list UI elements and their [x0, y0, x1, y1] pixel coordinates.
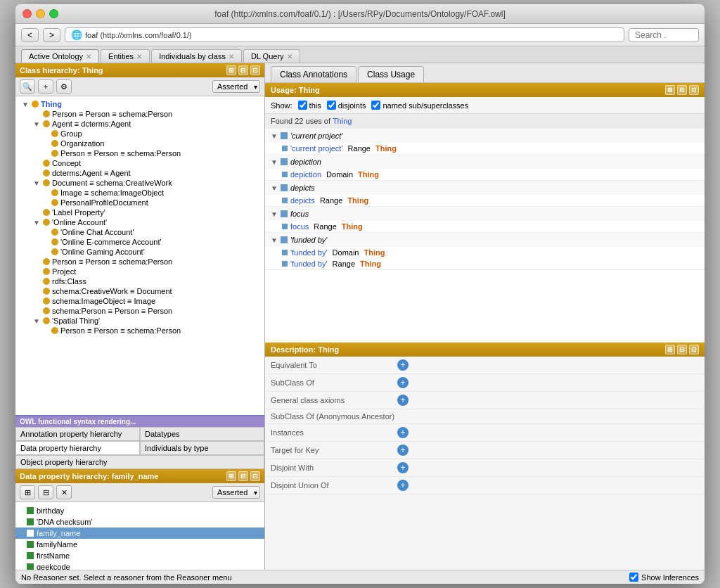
tab-entities-close[interactable]: ✕	[136, 53, 142, 60]
dp-item-family-name[interactable]: family_name	[15, 528, 264, 539]
link-thing-fb1[interactable]: Thing	[364, 248, 385, 257]
tab-individuals-by-class[interactable]: Individuals by class ✕	[151, 49, 242, 63]
add-disjoint-union-btn[interactable]: +	[397, 480, 409, 491]
tree-item-person3[interactable]: Person ≡ Person ≡ schema:Person	[15, 257, 264, 267]
desc-ctrl-2[interactable]: ⊟	[677, 345, 687, 354]
ctrl-btn-1[interactable]: ⊞	[226, 65, 236, 75]
link-current-project[interactable]: 'current project'	[290, 144, 343, 153]
add-disjoint-with-btn[interactable]: +	[397, 462, 409, 473]
check-named[interactable]	[371, 101, 380, 110]
tree-item-rdfs-class[interactable]: rdfs:Class	[15, 276, 264, 286]
checkbox-named[interactable]: named sub/superclasses	[371, 101, 468, 110]
tree-item-gaming[interactable]: 'Online Gaming Account'	[15, 247, 264, 257]
forward-button[interactable]: >	[43, 28, 60, 42]
tree-item-schema-person[interactable]: schema:Person ≡ Person ≡ Person	[15, 306, 264, 316]
tree-item-ecommerce[interactable]: 'Online E-commerce Account'	[15, 237, 264, 247]
link-thing-dpt[interactable]: Thing	[347, 196, 368, 205]
tree-item-concept[interactable]: Concept	[15, 158, 264, 168]
tree-item-spatial[interactable]: ▼ 'Spatial Thing'	[15, 316, 264, 326]
add-general-btn[interactable]: +	[397, 395, 409, 406]
tab-entities[interactable]: Entities ✕	[101, 49, 150, 63]
check-this[interactable]	[298, 101, 307, 110]
toggle-focus[interactable]: ▼	[271, 210, 278, 218]
usage-ctrl-2[interactable]: ⊟	[677, 85, 687, 95]
tab-individuals-close[interactable]: ✕	[229, 53, 234, 60]
tree-item-person4[interactable]: Person ≡ Person ≡ schema:Person	[15, 326, 264, 335]
toggle-depiction[interactable]: ▼	[271, 158, 278, 166]
desc-ctrl-3[interactable]: ⊡	[689, 345, 699, 354]
show-inferences-checkbox[interactable]	[629, 573, 638, 582]
add-class-btn[interactable]: 🔍	[20, 79, 35, 94]
dp-item-birthday[interactable]: birthday	[15, 505, 264, 516]
back-button[interactable]: <	[21, 28, 39, 42]
tab-object-property[interactable]: Object property hierarchy	[15, 456, 264, 469]
tree-item-online-account[interactable]: ▼ 'Online Account'	[15, 217, 264, 227]
dp-btn-1[interactable]: ⊞	[20, 485, 35, 499]
toggle-agent[interactable]: ▼	[32, 120, 41, 128]
toggle-depicts[interactable]: ▼	[271, 184, 278, 192]
address-bar[interactable]: 🌐 foaf (http://xmlns.com/foaf/0.1/)	[65, 27, 624, 42]
toggle-current-project[interactable]: ▼	[271, 132, 278, 140]
tree-item-personalprofile[interactable]: PersonalProfileDocument	[15, 198, 264, 207]
class-tree[interactable]: ▼ Thing Person ≡ Person ≡ schema:Person …	[15, 96, 264, 415]
search-input[interactable]	[629, 28, 699, 42]
settings-class-btn[interactable]: ⚙	[56, 79, 72, 94]
tab-class-usage[interactable]: Class Usage	[358, 66, 424, 82]
toggle-funded-by[interactable]: ▼	[271, 236, 278, 244]
link-thing-dep[interactable]: Thing	[358, 170, 379, 179]
link-depicts[interactable]: depicts	[290, 196, 315, 205]
tree-item-organization[interactable]: Organization	[15, 139, 264, 148]
tree-item-image[interactable]: Image ≡ schema:ImageObject	[15, 188, 264, 198]
dp-item-geekcode[interactable]: geekcode	[15, 561, 264, 570]
tree-item-label-property[interactable]: 'Label Property'	[15, 207, 264, 217]
link-depiction[interactable]: depiction	[290, 170, 321, 179]
tab-dl-query-close[interactable]: ✕	[287, 53, 292, 60]
tree-item-person2[interactable]: Person ≡ Person ≡ schema:Person	[15, 148, 264, 158]
link-thing-cp[interactable]: Thing	[375, 144, 397, 153]
tab-data-property[interactable]: Data property hierarchy	[15, 441, 140, 455]
tree-item-group[interactable]: Group	[15, 129, 264, 139]
tab-individuals-by-type[interactable]: Individuals by type	[140, 441, 264, 455]
tree-item-schema-cw[interactable]: schema:CreativeWork ≡ Document	[15, 286, 264, 296]
link-thing-foc[interactable]: Thing	[342, 222, 363, 231]
checkbox-this[interactable]: this	[298, 101, 321, 110]
tab-datatypes[interactable]: Datatypes	[140, 427, 264, 441]
link-focus[interactable]: focus	[290, 222, 309, 231]
tree-item-project[interactable]: Project	[15, 267, 264, 276]
ctrl-btn-2[interactable]: ⊟	[238, 65, 248, 75]
tab-active-ontology[interactable]: Active Ontology ✕	[21, 49, 99, 63]
dp-ctrl-2[interactable]: ⊟	[238, 471, 248, 481]
dp-btn-2[interactable]: ⊟	[38, 485, 53, 499]
dp-btn-3[interactable]: ✕	[56, 485, 72, 499]
tree-item-document[interactable]: ▼ Document ≡ schema:CreativeWork	[15, 178, 264, 188]
maximize-button[interactable]	[49, 9, 58, 18]
desc-ctrl-1[interactable]: ⊞	[665, 345, 675, 354]
add-target-key-btn[interactable]: +	[397, 445, 409, 456]
add-instances-btn[interactable]: +	[397, 427, 409, 438]
tree-item-person1[interactable]: Person ≡ Person ≡ schema:Person	[15, 109, 264, 119]
window-controls[interactable]	[22, 9, 58, 18]
tree-item-agent[interactable]: ▼ Agent ≡ dcterms:Agent	[15, 119, 264, 129]
dp-ctrl-1[interactable]: ⊞	[226, 471, 236, 481]
dp-tree[interactable]: birthday 'DNA checksum' family_name fami…	[15, 502, 264, 570]
tab-class-annotations[interactable]: Class Annotations	[271, 66, 356, 82]
toggle-spatial[interactable]: ▼	[32, 317, 41, 325]
toggle-online-account[interactable]: ▼	[32, 219, 41, 226]
dp-item-dna[interactable]: 'DNA checksum'	[15, 516, 264, 528]
link-funded-by-2[interactable]: 'funded by'	[290, 260, 328, 268]
add-equivalent-btn[interactable]: +	[397, 359, 409, 371]
usage-ctrl-1[interactable]: ⊞	[665, 85, 675, 95]
tree-item-dcterms[interactable]: dcterms:Agent ≡ Agent	[15, 168, 264, 178]
dp-item-familyname[interactable]: familyName	[15, 539, 264, 550]
asserted-select[interactable]: Asserted Inferred	[212, 80, 260, 93]
checkbox-disjoints[interactable]: disjoints	[327, 101, 366, 110]
dp-item-firstname[interactable]: firstName	[15, 550, 264, 561]
tab-active-ontology-close[interactable]: ✕	[86, 53, 91, 60]
dp-ctrl-3[interactable]: ⊡	[250, 471, 260, 481]
usage-ctrl-3[interactable]: ⊡	[689, 85, 699, 95]
tab-dl-query[interactable]: DL Query ✕	[243, 49, 300, 63]
found-thing-link[interactable]: Thing	[333, 117, 352, 125]
dp-asserted-select[interactable]: Asserted Inferred	[212, 486, 260, 499]
toggle-document[interactable]: ▼	[32, 179, 41, 187]
link-thing-fb2[interactable]: Thing	[360, 260, 381, 268]
